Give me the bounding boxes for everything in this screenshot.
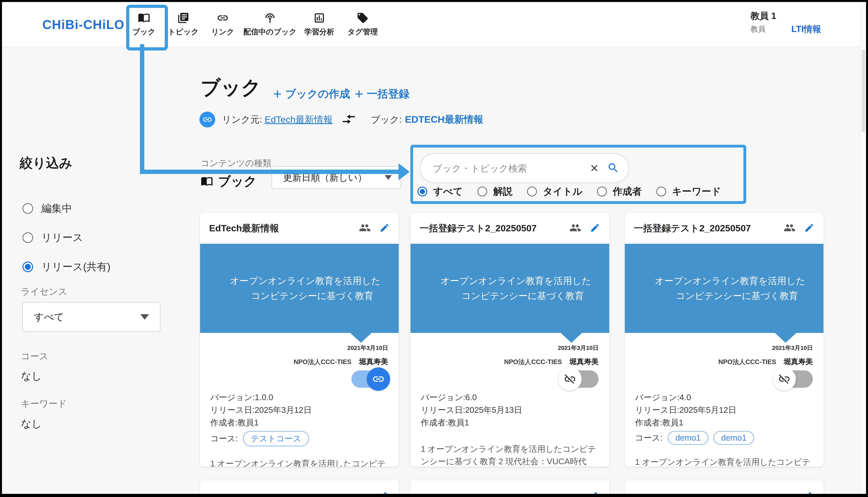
search-input[interactable] <box>432 163 590 174</box>
edit-pencil-icon[interactable] <box>804 223 814 234</box>
radio-icon[interactable] <box>477 187 487 196</box>
card-title: 一括登録テスト2_20250507 <box>420 222 570 235</box>
nav-label-published-books: 配信中のブック <box>244 27 297 37</box>
license-select[interactable]: すべて <box>23 302 160 332</box>
course-chip[interactable]: テストコース <box>243 431 309 446</box>
nav-item-topics[interactable]: トピック <box>164 12 203 37</box>
analytics-icon <box>313 12 325 24</box>
course-chip[interactable]: demo1 <box>668 431 708 445</box>
content-type-value: ブック <box>218 173 257 190</box>
thumbnail-tail <box>775 333 796 343</box>
radio-icon[interactable] <box>23 203 33 214</box>
radio-icon[interactable] <box>656 187 666 196</box>
radio-icon[interactable] <box>597 187 607 196</box>
book-card[interactable]: 一括登録テスト2_20250507 オープンオンライン教育を活用した コンピテン… <box>625 213 823 467</box>
card-authors: NPO法人CCC-TIES 堀真寿美 <box>625 357 823 367</box>
edit-pencil-icon[interactable] <box>378 491 388 494</box>
chevron-down-icon <box>140 314 149 320</box>
status-option-editing[interactable]: 編集中 <box>23 201 111 215</box>
search-icon[interactable] <box>607 162 619 175</box>
status-filter-group: 編集中 リリース リリース(共有) <box>23 201 111 274</box>
link-toggle-off[interactable] <box>562 367 601 391</box>
radio-icon[interactable] <box>23 232 33 243</box>
card-thumbnail: オープンオンライン教育を活用した コンピテンシーに基づく教育 <box>200 244 399 333</box>
radio-icon-selected[interactable] <box>417 187 427 196</box>
book-label: ブック: <box>371 113 402 126</box>
create-book-button[interactable]: + ブックの作成 <box>273 87 350 101</box>
book-name: EDTECH最新情報 <box>405 113 483 126</box>
link-toggle-row <box>411 367 609 391</box>
user-role: 教員 <box>751 24 766 34</box>
swap-arrows-icon <box>341 112 356 127</box>
card-header: EdTech最新情報 <box>200 213 399 244</box>
creator-row: 作成者:教員1 <box>200 416 399 429</box>
link-toggle-on[interactable] <box>351 367 390 391</box>
edit-pencil-icon[interactable] <box>590 223 600 234</box>
edit-pencil-icon[interactable] <box>379 223 389 234</box>
book-card-partial[interactable] <box>411 480 609 494</box>
status-option-release[interactable]: リリース <box>23 231 111 244</box>
nav-label-tag-management: タグ管理 <box>348 27 378 37</box>
edit-pencil-icon[interactable] <box>588 491 598 494</box>
scope-option-creator[interactable]: 作成者 <box>597 185 642 198</box>
scrollbar-track[interactable] <box>861 2 866 494</box>
app-logo: CHiBi-CHiLO <box>42 17 124 32</box>
toggle-thumb <box>558 367 582 391</box>
people-icon <box>784 222 795 235</box>
scope-option-title[interactable]: タイトル <box>527 185 583 198</box>
status-option-release-shared[interactable]: リリース(共有) <box>23 260 111 274</box>
toggle-thumb <box>773 367 796 391</box>
search-box: ✕ <box>420 154 629 183</box>
radio-icon[interactable] <box>527 187 537 196</box>
books-nav-highlight-box <box>126 5 168 51</box>
content-type-label: コンテンツの種類 <box>201 157 271 169</box>
card-header: 一括登録テスト2_20250507 <box>625 213 823 244</box>
edit-pencil-icon[interactable] <box>803 491 812 494</box>
app-window: CHiBi-CHiLO ブック トピック リンク 配信中のブック <box>0 0 868 497</box>
link-source-link[interactable]: EdTech最新情報 <box>265 113 333 126</box>
radio-icon-selected[interactable] <box>23 261 33 272</box>
course-value: なし <box>21 369 42 383</box>
page-title: ブック <box>201 74 261 101</box>
bulk-register-button[interactable]: + 一括登録 <box>355 87 409 101</box>
plus-icon: + <box>355 89 363 99</box>
nav-label-analytics: 学習分析 <box>304 27 334 37</box>
link-icon <box>217 12 229 24</box>
keyword-label: キーワード <box>21 398 67 410</box>
link-icon <box>202 114 212 125</box>
version-row: バージョン:4.0 <box>625 391 823 404</box>
link-toggle-off[interactable] <box>776 367 815 391</box>
lti-info-link[interactable]: LTI情報 <box>791 23 821 35</box>
clear-search-icon[interactable]: ✕ <box>590 163 599 173</box>
keyword-value: なし <box>21 417 42 431</box>
release-row: リリース日:2025年3月12日 <box>200 404 399 416</box>
license-label: ライセンス <box>21 286 67 298</box>
course-chip[interactable]: demo1 <box>713 431 754 445</box>
book-card-partial[interactable] <box>625 480 823 494</box>
card-thumbnail: オープンオンライン教育を活用した コンピテンシーに基づく教育 <box>625 244 823 333</box>
link-source-label: リンク元: <box>222 113 262 126</box>
card-date: 2021年3月10日 <box>200 344 399 352</box>
people-icon <box>359 222 371 235</box>
scope-option-description[interactable]: 解説 <box>477 185 512 198</box>
create-book-label: ブックの作成 <box>285 87 350 101</box>
filter-heading: 絞り込み <box>20 154 72 172</box>
nav-item-analytics[interactable]: 学習分析 <box>298 12 341 37</box>
scope-option-keyword[interactable]: キーワード <box>656 185 721 198</box>
book-card-partial[interactable] <box>200 480 399 494</box>
broadcast-icon <box>264 12 276 24</box>
bulk-register-label: 一括登録 <box>367 87 409 101</box>
release-row: リリース日:2025年5月12日 <box>625 404 823 416</box>
people-icon <box>570 222 581 235</box>
card-description: 1 オープンオンライン教育を活用したコンピテンシーに基づく教育 2 現代社会：V… <box>625 456 823 467</box>
nav-item-links[interactable]: リンク <box>203 12 242 37</box>
scrollbar-thumb[interactable] <box>862 49 865 132</box>
nav-item-tag-management[interactable]: タグ管理 <box>341 12 384 37</box>
card-date: 2021年3月10日 <box>411 344 609 352</box>
release-row: リリース日:2025年5月13日 <box>411 404 609 416</box>
nav-item-published-books[interactable]: 配信中のブック <box>242 12 298 37</box>
book-card[interactable]: EdTech最新情報 オープンオンライン教育を活用した コンピテンシーに基づく教… <box>200 213 399 467</box>
book-card[interactable]: 一括登録テスト2_20250507 オープンオンライン教育を活用した コンピテン… <box>411 213 609 467</box>
topic-icon <box>177 12 189 24</box>
scope-option-all[interactable]: すべて <box>417 185 463 198</box>
